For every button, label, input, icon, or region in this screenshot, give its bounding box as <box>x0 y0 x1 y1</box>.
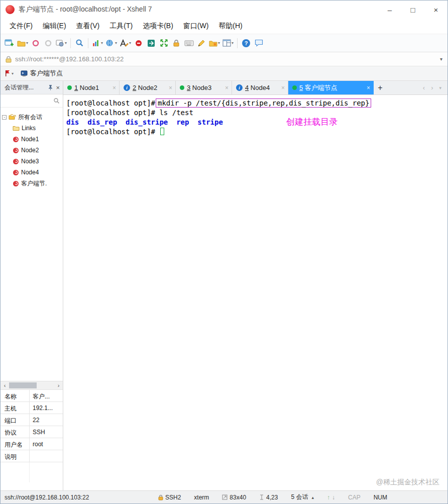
font-button[interactable]: ▾ <box>119 36 132 50</box>
property-row: 协议 SSH <box>1 426 63 438</box>
new-tab-button[interactable]: + <box>374 81 387 94</box>
chevron-down-icon: ▾ <box>115 41 117 45</box>
terminal-command-highlighted: mkdir -p /test/{dis,stripe,rep,dis_strip… <box>156 98 371 108</box>
tab-label: 客户端节点 <box>305 84 338 91</box>
session-icon <box>13 158 19 165</box>
menu-view[interactable]: 查看(V) <box>71 20 105 33</box>
close-button[interactable]: × <box>424 1 447 19</box>
minimize-button[interactable]: – <box>378 1 401 19</box>
tab-close-icon[interactable]: × <box>225 84 229 91</box>
property-key: 协议 <box>1 426 30 438</box>
tab-scroll-right-icon[interactable]: › <box>431 84 433 91</box>
property-value: 22 <box>30 414 63 426</box>
quick-session-item[interactable]: 客户端节点 <box>17 67 67 79</box>
scroll-left-icon[interactable]: ‹ <box>1 382 9 388</box>
disconnect-button[interactable] <box>133 36 145 50</box>
address-bar[interactable]: ssh://root:******@192.168.100.103:22 ▾ <box>1 52 447 66</box>
panel-close-icon[interactable]: × <box>56 84 60 91</box>
lock-button[interactable] <box>170 36 182 50</box>
tab-close-icon[interactable]: × <box>113 84 116 91</box>
tab-list-dropdown-icon[interactable]: ▾ <box>439 85 441 90</box>
tree-item-node4[interactable]: Node4 <box>1 167 63 178</box>
tab-status-connected-icon <box>292 85 297 90</box>
virtual-keyboard-button[interactable] <box>183 36 195 50</box>
status-session-count[interactable]: 5 会话 ▴ <box>291 493 314 501</box>
address-dropdown-icon[interactable]: ▾ <box>440 56 442 62</box>
help-button[interactable]: ? <box>240 36 252 50</box>
status-terminal-type: xterm <box>194 494 209 501</box>
scrollbar-track[interactable] <box>9 381 54 389</box>
chevron-down-icon: ▾ <box>232 41 234 45</box>
sidebar-horizontal-scrollbar[interactable]: ‹ › <box>1 381 63 389</box>
tree-root-all-sessions[interactable]: - 所有会话 <box>1 112 63 123</box>
content-area: 1 Node1 × i 2 Node2 × 3 Node3 × i 4 Node… <box>63 81 447 490</box>
tab-close-icon[interactable]: × <box>281 84 285 91</box>
tab-label: Node1 <box>80 84 99 91</box>
upload-arrow-icon: ↑ <box>327 494 330 501</box>
tree-item-links[interactable]: Links <box>1 123 63 134</box>
chevron-down-icon: ▾ <box>26 41 28 45</box>
file-transfer-button[interactable] <box>145 36 157 50</box>
menu-tools[interactable]: 工具(T) <box>104 20 138 33</box>
status-connection-url: ssh://root@192.168.100.103:22 <box>5 494 145 501</box>
bookmark-flag-icon[interactable] <box>5 70 11 77</box>
scrollbar-thumb[interactable] <box>9 382 37 388</box>
tab-number: 5 <box>299 84 303 91</box>
tab-node1[interactable]: 1 Node1 × <box>63 81 120 94</box>
transfer-button[interactable] <box>30 36 42 50</box>
lock-icon <box>158 494 163 500</box>
web-button[interactable]: ▾ <box>104 36 118 50</box>
terminal-view[interactable]: [root@localhost opt]#mkdir -p /test/{dis… <box>63 95 447 490</box>
property-key: 用户名 <box>1 438 30 450</box>
tree-expander-icon[interactable]: - <box>2 115 7 120</box>
scroll-right-icon[interactable]: › <box>54 382 63 388</box>
property-value: 客户... <box>30 390 63 401</box>
globe-icon <box>105 39 115 47</box>
pin-icon[interactable] <box>48 84 53 90</box>
address-input[interactable]: ssh://root:******@192.168.100.103:22 <box>15 55 440 63</box>
menu-help[interactable]: 帮助(H) <box>213 20 247 33</box>
tab-node4[interactable]: i 4 Node4 × <box>232 81 288 94</box>
fullscreen-button[interactable] <box>158 36 170 50</box>
tab-scroll-left-icon[interactable]: ‹ <box>423 84 425 91</box>
chevron-down-icon: ▾ <box>218 41 220 45</box>
tree-item-node2[interactable]: Node2 <box>1 145 63 156</box>
folder-icon <box>13 125 20 131</box>
tree-item-node3[interactable]: Node3 <box>1 156 63 167</box>
tab-node3[interactable]: 3 Node3 × <box>176 81 232 94</box>
tab-close-icon[interactable]: × <box>367 84 370 91</box>
property-key: 名称 <box>1 390 30 401</box>
menu-window[interactable]: 窗口(W) <box>178 20 214 33</box>
find-button[interactable] <box>73 36 85 50</box>
quick-session-label: 客户端节点 <box>30 69 63 78</box>
status-terminal-size: 83x40 <box>222 494 246 501</box>
tab-node2[interactable]: i 2 Node2 × <box>120 81 176 94</box>
tree-item-node1[interactable]: Node1 <box>1 134 63 145</box>
tab-client-node[interactable]: 5 客户端节点 × <box>288 81 374 94</box>
compose-button[interactable] <box>195 36 207 50</box>
terminal-prompt: [root@localhost opt]# <box>66 128 159 136</box>
layout-button[interactable]: ▾ <box>221 36 235 50</box>
layout-icon <box>222 39 231 47</box>
property-row: 名称 客户... <box>1 390 63 402</box>
feedback-button[interactable] <box>253 36 265 50</box>
favorites-button[interactable]: ▾ <box>208 36 221 50</box>
maximize-button[interactable]: □ <box>401 1 424 19</box>
dashboard-button[interactable]: ▾ <box>91 36 104 50</box>
menu-tab[interactable]: 选项卡(B) <box>138 20 178 33</box>
session-tree: - 所有会话 Links Node1 Node2 <box>1 108 63 381</box>
search-icon[interactable] <box>53 97 60 104</box>
tab-close-icon[interactable]: × <box>169 84 172 91</box>
open-button[interactable]: ▾ <box>16 36 29 50</box>
caret-position-icon <box>259 494 264 500</box>
session-properties-button[interactable]: ▾ <box>55 36 68 50</box>
new-session-button[interactable] <box>4 36 16 50</box>
menu-edit[interactable]: 编辑(E) <box>38 20 71 33</box>
menu-bar: 文件(F) 编辑(E) 查看(V) 工具(T) 选项卡(B) 窗口(W) 帮助(… <box>1 19 447 34</box>
chevron-down-icon[interactable]: ▾ <box>12 71 14 76</box>
terminal-output-directories: dis dis_rep dis_stripe rep stripe <box>66 118 447 127</box>
tree-item-client-node[interactable]: 客户端节. <box>1 178 63 189</box>
download-arrow-icon: ↓ <box>332 494 335 501</box>
menu-file[interactable]: 文件(F) <box>5 20 38 33</box>
chart-icon <box>92 39 100 47</box>
